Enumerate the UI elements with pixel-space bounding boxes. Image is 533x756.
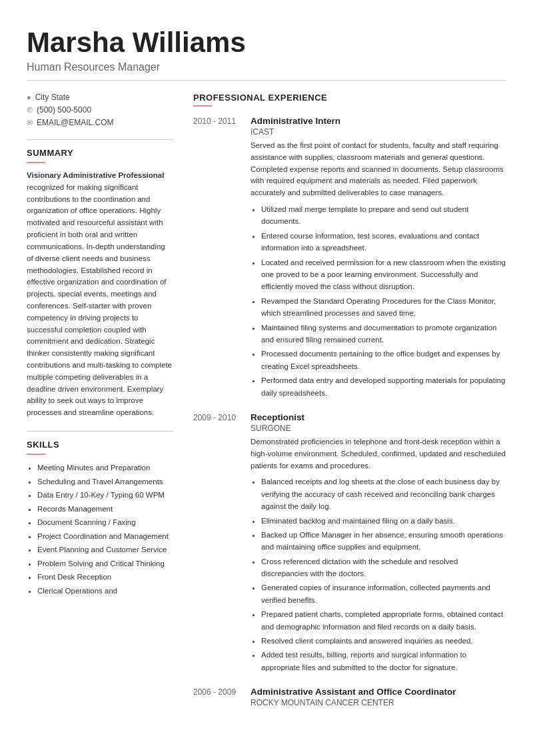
job-dates-2: 2009 - 2010	[193, 413, 241, 422]
job-header-1: 2010 - 2011 Administrative Intern	[193, 116, 506, 126]
job-dates-1: 2010 - 2011	[193, 117, 241, 126]
job-header-2: 2009 - 2010 Receptionist	[193, 412, 506, 422]
list-item: Event Planning and Customer Service	[37, 544, 173, 557]
job-company-1: ICAST	[251, 127, 506, 137]
job-description-2: Demonstrated proficiencies in telephone …	[251, 436, 506, 472]
list-item: Cross referenced dictation with the sche…	[261, 556, 506, 580]
list-item: Utilized mail merge template to prepare …	[261, 203, 506, 228]
job-company-3: ROCKY MOUNTAIN CANCER CENTER	[251, 698, 506, 707]
job-entry-3: 2006 - 2009 Administrative Assistant and…	[193, 687, 506, 707]
job-company-2: SURGONE	[251, 424, 506, 433]
job-entry-1: 2010 - 2011 Administrative Intern ICAST …	[193, 116, 506, 399]
main-layout: ● City State ✆ (500) 500-5000 ✉ EMAIL@EM…	[27, 93, 506, 721]
list-item: Records Management	[37, 503, 173, 516]
list-item: Prepared patient charts, completed appro…	[261, 608, 506, 633]
list-item: Project Coordination and Management	[37, 530, 173, 544]
experience-underline	[193, 105, 212, 107]
list-item: Added test results, billing, reports and…	[261, 649, 506, 673]
summary-underline	[27, 162, 45, 163]
job-title-1: Administrative Intern	[251, 116, 340, 126]
summary-bold: Visionary Administrative Professional	[27, 171, 164, 179]
job-title-2: Receptionist	[251, 412, 304, 422]
contact-section: ● City State ✆ (500) 500-5000 ✉ EMAIL@EM…	[27, 93, 173, 127]
summary-section: SUMMARY Visionary Administrative Profess…	[27, 148, 173, 419]
sidebar-divider-1	[27, 139, 173, 140]
list-item: Problem Solving and Critical Thinking	[37, 558, 173, 571]
contact-phone: ✆ (500) 500-5000	[27, 105, 173, 115]
resume-page: Marsha Williams Human Resources Manager …	[0, 0, 533, 756]
job-header-3: 2006 - 2009 Administrative Assistant and…	[193, 687, 506, 697]
header-divider	[27, 80, 506, 81]
skills-underline	[27, 454, 45, 455]
summary-text: Visionary Administrative Professional re…	[27, 170, 173, 419]
list-item: Clerical Operations and	[37, 585, 173, 598]
phone-icon: ✆	[27, 106, 33, 115]
list-item: Eliminated backlog and maintained filing…	[261, 515, 506, 527]
list-item: Meeting Minutes and Preparation	[37, 462, 173, 475]
candidate-name: Marsha Williams	[27, 27, 506, 59]
job-description-1: Served as the first point of contact for…	[251, 140, 506, 199]
list-item: Balanced receipts and log sheets at the …	[261, 476, 506, 512]
job-dates-3: 2006 - 2009	[193, 687, 241, 697]
list-item: Revamped the Standard Operating Procedur…	[261, 295, 506, 320]
skills-list: Meeting Minutes and Preparation Scheduli…	[27, 462, 173, 597]
job-title-3: Administrative Assistant and Office Coor…	[251, 687, 456, 697]
email-icon: ✉	[27, 119, 33, 127]
summary-heading: SUMMARY	[27, 148, 173, 158]
list-item: Generated copies of insurance informatio…	[261, 581, 506, 606]
list-item: Scheduling and Travel Arrangements	[37, 476, 173, 489]
list-item: Maintained filing systems and documentat…	[261, 322, 506, 346]
contact-location: ● City State	[27, 93, 173, 102]
header: Marsha Williams Human Resources Manager	[27, 27, 506, 81]
list-item: Performed data entry and developed suppo…	[261, 374, 506, 399]
list-item: Data Entry / 10-Key / Typing 60 WPM	[37, 489, 173, 502]
summary-rest: recognized for making significant contri…	[27, 183, 172, 416]
experience-heading: PROFESSIONAL EXPERIENCE	[193, 93, 506, 103]
main-content: PROFESSIONAL EXPERIENCE 2010 - 2011 Admi…	[193, 93, 506, 721]
sidebar: ● City State ✆ (500) 500-5000 ✉ EMAIL@EM…	[27, 93, 173, 721]
list-item: Located and received permission for a ne…	[261, 256, 506, 293]
list-item: Backed up Office Manager in her absence,…	[261, 529, 506, 554]
job-entry-2: 2009 - 2010 Receptionist SURGONE Demonst…	[193, 412, 506, 673]
list-item: Entered course information, test scores,…	[261, 230, 506, 254]
list-item: Front Desk Reception	[37, 571, 173, 584]
list-item: Resolved client complaints and answered …	[261, 635, 506, 647]
location-icon: ●	[27, 93, 31, 101]
skills-section: SKILLS Meeting Minutes and Preparation S…	[27, 440, 173, 597]
skills-heading: SKILLS	[27, 440, 173, 450]
list-item: Document Scanning / Faxing	[37, 516, 173, 530]
candidate-title: Human Resources Manager	[27, 61, 506, 73]
job-bullets-2: Balanced receipts and log sheets at the …	[251, 476, 506, 673]
contact-email: ✉ EMAIL@EMAIL.COM	[27, 118, 173, 127]
sidebar-divider-2	[27, 431, 173, 432]
job-bullets-1: Utilized mail merge template to prepare …	[251, 203, 506, 399]
list-item: Processed documents pertaining to the of…	[261, 348, 506, 372]
